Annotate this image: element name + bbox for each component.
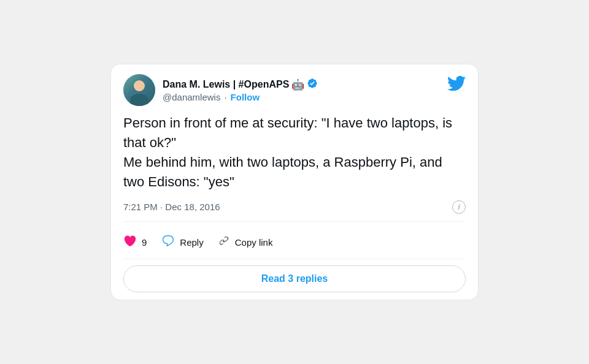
twitter-logo-icon	[447, 74, 466, 97]
copy-link-label: Copy link	[235, 237, 273, 248]
tweet-header: Dana M. Lewis | #OpenAPS 🤖 @danamlewis ·…	[123, 74, 466, 106]
copy-link-button[interactable]: Copy link	[218, 233, 273, 252]
tweet-body: Person in front of me at security: "I ha…	[123, 113, 466, 192]
reply-label: Reply	[180, 237, 203, 248]
tweet-card: Dana M. Lewis | #OpenAPS 🤖 @danamlewis ·…	[110, 64, 479, 300]
tweet-actions: 9 Reply Copy link	[123, 227, 466, 259]
info-icon[interactable]: i	[452, 200, 466, 214]
follow-button[interactable]: Follow	[231, 92, 260, 102]
like-count: 9	[142, 237, 147, 248]
verified-icon	[307, 78, 318, 91]
robot-icon: 🤖	[291, 78, 304, 91]
user-handle: @danamlewis	[163, 92, 220, 102]
user-display-name: Dana M. Lewis | #OpenAPS	[163, 79, 289, 90]
user-handle-row: @danamlewis · Follow	[163, 92, 318, 102]
heart-icon	[123, 234, 137, 251]
copy-link-icon	[218, 235, 230, 250]
reply-button[interactable]: Reply	[161, 232, 203, 254]
avatar[interactable]	[123, 74, 155, 106]
dot-separator: ·	[224, 92, 226, 102]
tweet-timestamp: 7:21 PM · Dec 18, 2016	[123, 202, 220, 212]
tweet-header-left: Dana M. Lewis | #OpenAPS 🤖 @danamlewis ·…	[123, 74, 318, 106]
tweet-meta: 7:21 PM · Dec 18, 2016 i	[123, 200, 466, 222]
read-replies-button[interactable]: Read 3 replies	[123, 265, 466, 292]
user-name-row: Dana M. Lewis | #OpenAPS 🤖	[163, 78, 318, 91]
user-info: Dana M. Lewis | #OpenAPS 🤖 @danamlewis ·…	[163, 78, 318, 102]
like-button[interactable]: 9	[123, 232, 147, 254]
reply-icon	[161, 234, 175, 251]
